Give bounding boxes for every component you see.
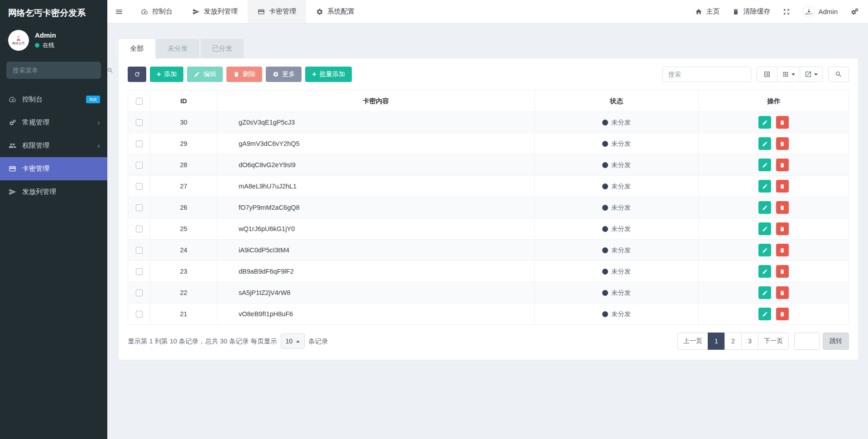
row-delete-button[interactable] — [776, 159, 789, 171]
row-id: 30 — [150, 112, 217, 133]
filter-tab-assigned[interactable]: 已分发 — [201, 39, 244, 58]
column-code: 卡密内容 — [217, 91, 535, 112]
columns-button[interactable] — [777, 67, 800, 82]
row-edit-button[interactable] — [758, 201, 771, 214]
filter-tab-all[interactable]: 全部 — [119, 39, 155, 58]
grid-icon — [782, 71, 789, 78]
pencil-icon — [194, 71, 200, 77]
credit-card-icon — [258, 8, 265, 15]
nav-tab-settings[interactable]: 系统配置 — [306, 0, 364, 23]
pencil-icon — [762, 311, 768, 317]
status-dot-icon — [602, 183, 608, 189]
delete-button[interactable]: 删除 — [226, 67, 262, 82]
status-dot-icon — [602, 162, 608, 168]
row-status: 未分发 — [535, 176, 699, 197]
batch-add-button[interactable]: +批量添加 — [305, 67, 351, 82]
page-button-1[interactable]: 1 — [708, 333, 725, 350]
prev-page-button[interactable]: 上一页 — [677, 333, 708, 350]
table-search-input[interactable] — [662, 67, 751, 82]
row-select-cell — [128, 133, 150, 154]
pagination: 上一页 1 2 3 下一页 跳转 — [677, 333, 849, 350]
nav-tab-distribution[interactable]: 发放列管理 — [182, 0, 248, 23]
row-edit-button[interactable] — [758, 265, 771, 278]
row-checkbox[interactable] — [136, 268, 143, 275]
row-checkbox[interactable] — [136, 204, 143, 211]
row-checkbox[interactable] — [136, 140, 143, 147]
filter-tab-unassigned[interactable]: 未分发 — [156, 39, 199, 58]
menu-search-input[interactable] — [6, 67, 101, 74]
row-delete-button[interactable] — [776, 244, 789, 256]
row-checkbox[interactable] — [136, 162, 143, 169]
batch-add-label: 批量添加 — [320, 70, 345, 78]
row-id: 29 — [150, 133, 217, 154]
row-edit-button[interactable] — [758, 244, 771, 256]
row-delete-button[interactable] — [776, 137, 789, 150]
nav-tab-cardkeys[interactable]: 卡密管理 — [248, 0, 306, 23]
row-edit-button[interactable] — [758, 116, 771, 129]
next-page-button[interactable]: 下一页 — [758, 333, 789, 350]
refresh-button[interactable] — [128, 67, 146, 82]
add-button[interactable]: +添加 — [150, 67, 183, 82]
list-icon — [763, 71, 771, 78]
sidebar-item-distribution[interactable]: 发放列管理 — [0, 180, 107, 203]
row-edit-button[interactable] — [758, 159, 771, 171]
row-delete-button[interactable] — [776, 201, 789, 214]
row-select-cell — [128, 218, 150, 240]
nav-tab-label: 控制台 — [152, 7, 173, 16]
row-edit-button[interactable] — [758, 286, 771, 299]
page-size-dropdown[interactable]: 10 — [281, 333, 305, 349]
more-button[interactable]: 更多 — [266, 67, 302, 82]
jump-button[interactable]: 跳转 — [823, 333, 849, 350]
row-delete-button[interactable] — [776, 308, 789, 320]
row-edit-button[interactable] — [758, 137, 771, 150]
settings-menu[interactable] — [850, 8, 859, 15]
trash-icon — [779, 290, 785, 296]
row-select-cell — [128, 240, 150, 261]
row-select-cell — [128, 304, 150, 325]
nav-tab-dashboard[interactable]: 控制台 — [131, 0, 182, 23]
row-delete-button[interactable] — [776, 222, 789, 235]
fullscreen-button[interactable] — [783, 8, 790, 15]
mascot-icon — [15, 35, 22, 42]
avatar-label: 网络乞丐 — [12, 42, 25, 45]
sidebar-item-general[interactable]: 常规管理 ‹ — [0, 111, 107, 134]
row-checkbox[interactable] — [136, 289, 143, 296]
sidebar-item-cardkeys[interactable]: 卡密管理 — [0, 157, 107, 180]
search-button[interactable] — [828, 67, 849, 82]
row-delete-button[interactable] — [776, 116, 789, 129]
page-button-3[interactable]: 3 — [741, 333, 758, 350]
hamburger-icon[interactable] — [107, 0, 131, 23]
row-code: dO6qC8vG2eY9sI9 — [217, 154, 535, 176]
edit-button[interactable]: 编辑 — [187, 67, 223, 82]
row-edit-button[interactable] — [758, 308, 771, 320]
jump-page-input[interactable] — [794, 333, 820, 350]
row-checkbox[interactable] — [136, 226, 143, 232]
user-menu[interactable]: 网络乞丐 Admin — [803, 6, 838, 18]
toggle-view-button[interactable] — [757, 67, 777, 82]
row-checkbox[interactable] — [136, 183, 143, 190]
row-delete-button[interactable] — [776, 286, 789, 299]
sidebar-item-permissions[interactable]: 权限管理 ‹ — [0, 134, 107, 157]
table-body: 30 gZ0sV3qE1gP5cJ3 未分发 29 gA9mV3dC6vY2hQ… — [128, 112, 849, 325]
row-actions — [699, 112, 849, 133]
page-button-2[interactable]: 2 — [724, 333, 742, 350]
row-edit-button[interactable] — [758, 180, 771, 193]
pagination-summary: 显示第 1 到第 10 条记录，总共 30 条记录 每页显示 — [128, 337, 277, 346]
row-delete-button[interactable] — [776, 180, 789, 193]
row-delete-button[interactable] — [776, 265, 789, 278]
row-checkbox[interactable] — [136, 119, 143, 126]
cardkeys-table: ID 卡密内容 状态 操作 30 gZ0sV3qE1gP5cJ3 未分发 2 — [128, 90, 849, 325]
home-link[interactable]: 主页 — [695, 7, 719, 16]
row-edit-button[interactable] — [758, 222, 771, 235]
status-dot-icon — [602, 205, 608, 211]
row-checkbox[interactable] — [136, 311, 143, 318]
gears-icon — [850, 8, 859, 15]
select-all-checkbox[interactable] — [136, 98, 143, 105]
row-status: 未分发 — [535, 282, 699, 304]
clear-cache-link[interactable]: 清除缓存 — [732, 7, 770, 16]
row-checkbox[interactable] — [136, 247, 143, 254]
search-icon — [835, 71, 842, 78]
row-status-label: 未分发 — [611, 118, 631, 127]
sidebar-item-dashboard[interactable]: 控制台 hot — [0, 88, 107, 111]
export-button[interactable] — [800, 67, 823, 82]
